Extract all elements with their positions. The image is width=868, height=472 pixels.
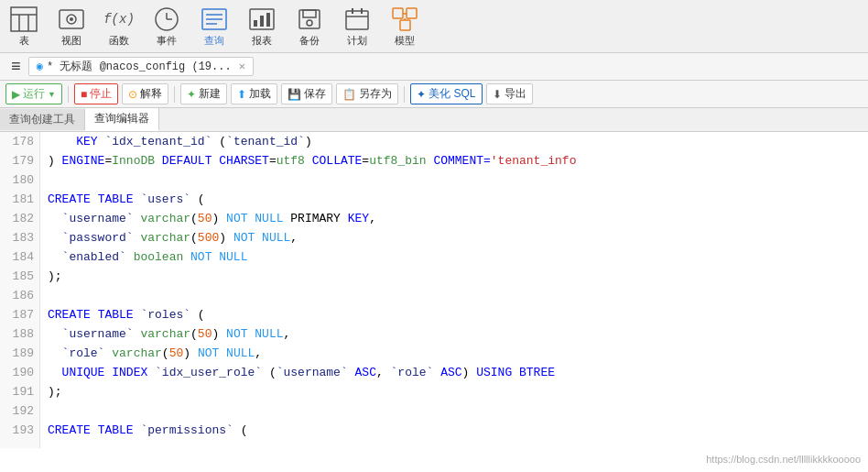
- action-toolbar: ▶ 运行 ▼ ■ 停止 ⊙ 解释 ✦ 新建 ⬆ 加载 💾 保存 📋 另存为: [0, 81, 868, 108]
- save-icon: 💾: [288, 88, 301, 101]
- file-tab-close[interactable]: ✕: [239, 60, 245, 73]
- table-icon: [9, 5, 38, 34]
- run-label: 运行: [23, 86, 45, 102]
- tab-query-builder-label: 查询创建工具: [9, 114, 75, 126]
- stop-button[interactable]: ■ 停止: [74, 83, 118, 104]
- beautify-icon: ✦: [417, 88, 426, 101]
- toolbar-schedule[interactable]: 计划: [339, 5, 375, 48]
- file-tab[interactable]: ◉ * 无标题 @nacos_config (19... ✕: [28, 57, 254, 76]
- run-button[interactable]: ▶ 运行 ▼: [5, 83, 62, 104]
- toolbar-model[interactable]: 模型: [386, 5, 423, 48]
- export-button[interactable]: ⬇ 导出: [486, 83, 533, 104]
- svg-point-6: [70, 17, 73, 21]
- svg-rect-26: [407, 8, 417, 18]
- svg-rect-17: [266, 13, 270, 27]
- new-button[interactable]: ✦ 新建: [180, 83, 227, 104]
- svg-rect-19: [303, 10, 316, 17]
- run-icon: ▶: [12, 88, 20, 101]
- svg-point-20: [307, 20, 312, 26]
- tab-query-editor-label: 查询编辑器: [94, 113, 149, 126]
- file-tab-label: * 无标题 @nacos_config (19...: [47, 59, 232, 74]
- file-tab-icon: ◉: [37, 60, 43, 73]
- query-icon: [200, 5, 229, 34]
- toolbar-report[interactable]: 报表: [244, 5, 280, 48]
- second-toolbar: ≡ ◉ * 无标题 @nacos_config (19... ✕: [0, 53, 868, 81]
- toolbar-backup[interactable]: 备份: [291, 5, 328, 48]
- svg-rect-27: [400, 20, 410, 30]
- toolbar-schedule-label: 计划: [347, 34, 367, 48]
- model-icon: [390, 5, 419, 34]
- save-label: 保存: [304, 86, 326, 102]
- save-as-button[interactable]: 📋 另存为: [336, 83, 398, 104]
- explain-button[interactable]: ⊙ 解释: [122, 83, 168, 104]
- explain-icon: ⊙: [128, 88, 137, 101]
- save-button[interactable]: 💾 保存: [281, 83, 332, 104]
- tab-row: 查询创建工具 查询编辑器: [0, 108, 868, 132]
- tab-query-builder[interactable]: 查询创建工具: [0, 109, 85, 130]
- backup-icon: [295, 5, 324, 34]
- toolbar-report-label: 报表: [252, 34, 272, 48]
- code-content[interactable]: KEY `idx_tenant_id` (`tenant_id`)) ENGIN…: [40, 132, 868, 448]
- load-icon: ⬆: [237, 88, 246, 101]
- toolbar-table[interactable]: 表: [5, 5, 42, 48]
- schedule-icon: [342, 5, 372, 34]
- stop-label: 停止: [90, 86, 112, 102]
- svg-rect-0: [11, 7, 37, 31]
- beautify-label: 美化 SQL: [429, 86, 475, 102]
- view-icon: [57, 5, 86, 34]
- top-toolbar: 表 视图 f(x) 函数 事件 查询 报表: [0, 0, 868, 53]
- divider2: [174, 86, 175, 103]
- toolbar-view[interactable]: 视图: [53, 5, 90, 48]
- editor-area: 1781791801811821831841851861871881891901…: [0, 132, 868, 448]
- load-button[interactable]: ⬆ 加载: [231, 83, 277, 104]
- save-as-label: 另存为: [359, 86, 392, 102]
- watermark: https://blog.csdn.net/lllllikkkkooooo: [706, 454, 861, 465]
- divider1: [68, 86, 69, 103]
- new-icon: ✦: [187, 88, 196, 101]
- svg-rect-25: [393, 8, 403, 18]
- stop-icon: ■: [81, 88, 87, 101]
- beautify-button[interactable]: ✦ 美化 SQL: [410, 83, 482, 104]
- export-icon: ⬇: [493, 88, 502, 101]
- new-label: 新建: [199, 86, 221, 102]
- svg-rect-15: [254, 20, 257, 27]
- event-icon: [152, 5, 181, 34]
- svg-rect-21: [346, 11, 368, 29]
- report-icon: [247, 5, 277, 34]
- save-as-icon: 📋: [342, 88, 356, 101]
- toolbar-function[interactable]: f(x) 函数: [101, 5, 137, 48]
- line-numbers: 1781791801811821831841851861871881891901…: [0, 132, 40, 448]
- toolbar-table-label: 表: [19, 34, 29, 48]
- svg-rect-16: [260, 16, 264, 27]
- toolbar-event[interactable]: 事件: [148, 5, 185, 48]
- toolbar-query[interactable]: 查询: [196, 5, 233, 48]
- toolbar-event-label: 事件: [157, 34, 177, 48]
- toolbar-view-label: 视图: [61, 34, 81, 48]
- toolbar-function-label: 函数: [109, 34, 129, 48]
- toolbar-query-label: 查询: [204, 34, 224, 48]
- load-label: 加载: [249, 86, 271, 102]
- toolbar-backup-label: 备份: [299, 34, 320, 48]
- export-label: 导出: [505, 86, 526, 102]
- hamburger-icon[interactable]: ≡: [5, 58, 27, 76]
- function-icon: f(x): [104, 5, 134, 34]
- tab-query-editor[interactable]: 查询编辑器: [85, 108, 159, 131]
- explain-label: 解释: [140, 86, 162, 102]
- divider3: [404, 86, 405, 103]
- run-dropdown-icon[interactable]: ▼: [48, 90, 56, 99]
- toolbar-model-label: 模型: [395, 34, 415, 48]
